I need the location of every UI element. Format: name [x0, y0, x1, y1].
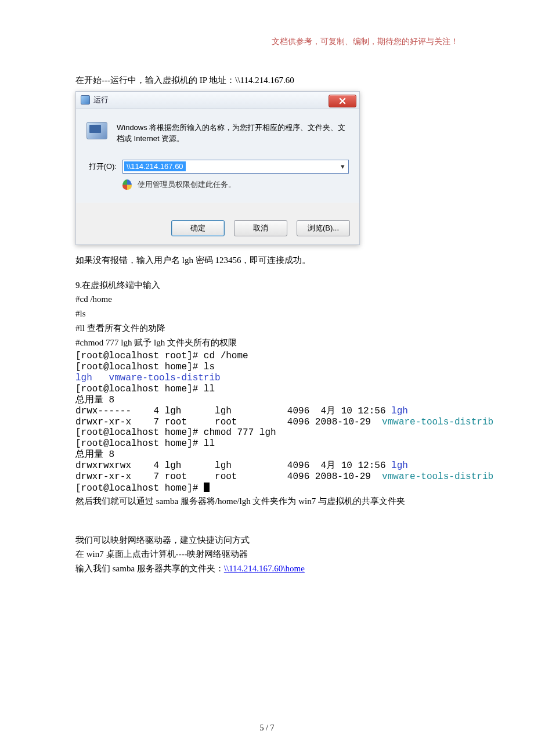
term-line: 总用量 8	[75, 395, 114, 405]
open-input[interactable]: \\114.214.167.60 ▾	[122, 160, 349, 174]
tail-line-1: 我们可以映射网络驱动器，建立快捷访问方式	[75, 533, 459, 548]
dialog-title: 运行	[93, 95, 109, 105]
shield-icon	[122, 179, 132, 190]
tail-line-2: 在 win7 桌面上点击计算机----映射网络驱动器	[75, 547, 459, 561]
page-footer: 5 / 7	[0, 723, 534, 733]
intro-text: 在开始---运行中，输入虚拟机的 IP 地址：\\114.214.167.60	[75, 73, 459, 88]
cmd-ls: #ls	[75, 307, 459, 321]
open-input-value: \\114.214.167.60	[124, 161, 186, 171]
run-program-icon	[86, 122, 107, 139]
cmd-cd: #cd /home	[75, 292, 459, 307]
term-line: [root@localhost home]# ll	[75, 438, 215, 449]
header-note: 文档供参考，可复制、编制，期待您的好评与关注！	[272, 37, 459, 47]
term-line: drwxrwxrwx 4 lgh lgh 4096 4月 10 12:56	[75, 460, 391, 471]
terminal-output: [root@localhost root]# cd /home [root@lo…	[75, 351, 459, 494]
cmd-chmod: #chmod 777 lgh 赋予 lgh 文件夹所有的权限	[75, 336, 459, 350]
term-line: [root@localhost root]# cd /home	[75, 351, 248, 361]
cancel-button[interactable]: 取消	[234, 220, 287, 236]
term-line: [root@localhost home]# ls	[75, 362, 215, 372]
post-dialog-text: 如果没有报错，输入用户名 lgh 密码 123456，即可连接成功。	[75, 253, 459, 268]
browse-button[interactable]: 浏览(B)...	[297, 220, 350, 236]
tail-line-3: 输入我们 samba 服务器共享的文件夹：\\114.214.167.60\ho…	[75, 561, 459, 576]
close-icon	[339, 98, 346, 105]
term-line: drwxr-xr-x 7 root root 4096 2008-10-29	[75, 471, 382, 482]
dialog-description: Windows 将根据您所输入的名称，为您打开相应的程序、文件夹、文档或 Int…	[117, 122, 349, 145]
tail-line-3-prefix: 输入我们 samba 服务器共享的文件夹：	[75, 564, 224, 573]
dialog-title-bar: 运行	[76, 92, 359, 109]
close-button[interactable]	[329, 95, 356, 107]
open-label: 打开(O):	[86, 161, 117, 172]
dropdown-arrow-icon[interactable]: ▾	[338, 162, 347, 171]
dir-name: lgh	[391, 460, 408, 471]
run-dialog: 运行 Windows 将根据您所输入的名称，为您打开相应的程序、文件夹、文档或 …	[75, 91, 360, 245]
term-line: lgh vmware-tools-distrib	[75, 373, 221, 383]
ok-button[interactable]: 确定	[171, 220, 225, 236]
run-title-icon	[81, 95, 90, 105]
term-line: drwx------ 4 lgh lgh 4096 4月 10 12:56	[75, 406, 391, 416]
shield-text: 使用管理员权限创建此任务。	[138, 179, 236, 190]
term-line: [root@localhost home]# ll	[75, 384, 215, 394]
section9-heading: 9.在虚拟机终端中输入	[75, 278, 459, 293]
cursor-icon	[204, 483, 210, 492]
share-path-link[interactable]: \\114.214.167.60\home	[224, 564, 305, 573]
term-line: 总用量 8	[75, 449, 114, 460]
term-prompt: [root@localhost home]#	[75, 483, 204, 494]
dir-name: vmware-tools-distrib	[382, 471, 493, 482]
post-terminal-text: 然后我们就可以通过 samba 服务器将/home/lgh 文件夹作为 win7…	[75, 494, 459, 509]
dir-name: lgh	[391, 406, 408, 416]
term-line: [root@localhost home]# chmod 777 lgh	[75, 427, 276, 438]
dir-name: vmware-tools-distrib	[382, 417, 493, 427]
term-line: drwxr-xr-x 7 root root 4096 2008-10-29	[75, 417, 382, 427]
cmd-ll: #ll 查看所有文件的劝降	[75, 321, 459, 336]
